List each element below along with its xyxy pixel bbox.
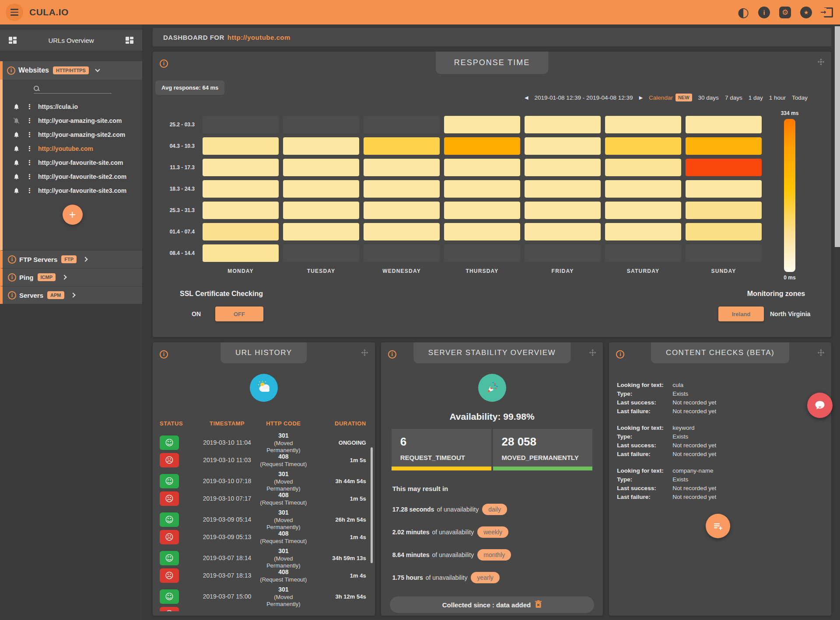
website-url[interactable]: https://cula.io: [38, 103, 78, 110]
next-range-arrow[interactable]: ▶: [639, 95, 643, 101]
page-scrollbar[interactable]: [835, 24, 840, 620]
kebab-menu-icon[interactable]: ⋮: [26, 174, 33, 180]
heatmap-cell[interactable]: [686, 159, 762, 176]
heatmap-cell[interactable]: [364, 223, 440, 240]
heatmap-cell[interactable]: [203, 244, 279, 262]
menu-button[interactable]: [6, 3, 23, 21]
heatmap-cell[interactable]: [686, 223, 762, 240]
chevron-right-icon[interactable]: [62, 275, 66, 279]
dashboard-grid-icon[interactable]: [9, 37, 17, 44]
heatmap-cell[interactable]: [283, 159, 359, 176]
trash-icon[interactable]: [535, 600, 542, 609]
info-icon[interactable]: i: [160, 350, 168, 359]
website-list-item[interactable]: ⋮http://your-amazing-site.com: [3, 114, 142, 128]
website-list-item[interactable]: ⋮http://youtube.com: [3, 142, 142, 156]
move-icon[interactable]: [589, 349, 596, 358]
website-url[interactable]: http://your-favourite-site3.com: [38, 187, 126, 194]
info-icon[interactable]: i: [616, 350, 624, 359]
info-icon[interactable]: i: [160, 59, 168, 68]
heatmap-cell[interactable]: [686, 137, 762, 155]
heatmap-cell[interactable]: [203, 159, 279, 176]
heatmap-cell[interactable]: [525, 137, 601, 155]
website-url[interactable]: http://youtube.com: [38, 145, 93, 152]
heatmap-cell[interactable]: [364, 137, 440, 155]
heatmap-cell[interactable]: [686, 116, 762, 133]
sidebar-section-icmp[interactable]: iPingICMP: [0, 268, 142, 286]
bell-icon[interactable]: [13, 103, 20, 110]
heatmap-cell[interactable]: [283, 223, 359, 240]
kebab-menu-icon[interactable]: ⋮: [26, 188, 33, 194]
info-icon[interactable]: i: [8, 291, 16, 300]
bell-icon[interactable]: [13, 145, 20, 152]
info-icon[interactable]: i: [8, 273, 16, 282]
heatmap-cell[interactable]: [444, 223, 520, 240]
info-icon[interactable]: i: [758, 7, 770, 18]
info-icon[interactable]: i: [8, 255, 16, 264]
heatmap-cell[interactable]: [605, 137, 681, 155]
website-list-item[interactable]: ⋮http://your-favourite-site.com: [3, 156, 142, 170]
website-list-item[interactable]: ⋮http://your-amazing-site2.com: [3, 128, 142, 142]
heatmap-cell[interactable]: [364, 202, 440, 219]
website-list-item[interactable]: ⋮http://your-favourite-site2.com: [3, 170, 142, 184]
bell-icon[interactable]: [13, 187, 20, 194]
heatmap-cell[interactable]: [686, 202, 762, 219]
heatmap-cell[interactable]: [364, 159, 440, 176]
bell-icon[interactable]: [13, 173, 20, 180]
heatmap-cell[interactable]: [203, 137, 279, 155]
heatmap-cell[interactable]: [686, 180, 762, 198]
zone-ireland-button[interactable]: Ireland: [718, 307, 764, 321]
chat-widget-button[interactable]: [807, 393, 833, 418]
heatmap-cell[interactable]: [525, 223, 601, 240]
heatmap-cell[interactable]: [525, 180, 601, 198]
heatmap-cell[interactable]: [444, 180, 520, 198]
chevron-down-icon[interactable]: [95, 67, 100, 72]
sidebar-section-websites[interactable]: i Websites HTTP/HTTPS: [0, 61, 142, 80]
invert-colors-icon[interactable]: ◐: [738, 6, 749, 19]
heatmap-cell[interactable]: [283, 180, 359, 198]
heatmap-cell[interactable]: [605, 223, 681, 240]
zone-north-virginia-option[interactable]: North Virginia: [770, 310, 810, 317]
heatmap-cell[interactable]: [283, 202, 359, 219]
heatmap-cell[interactable]: [525, 159, 601, 176]
heatmap-cell[interactable]: [525, 202, 601, 219]
heatmap-cell[interactable]: [525, 116, 601, 133]
heatmap-cell[interactable]: [605, 180, 681, 198]
heatmap-cell[interactable]: [605, 159, 681, 176]
chevron-right-icon[interactable]: [70, 293, 75, 297]
move-icon[interactable]: [817, 349, 825, 358]
website-url[interactable]: http://your-amazing-site2.com: [38, 131, 125, 138]
kebab-menu-icon[interactable]: ⋮: [26, 104, 33, 110]
range-option[interactable]: 1 day: [749, 94, 763, 101]
move-icon[interactable]: [361, 349, 368, 358]
website-list-item[interactable]: ⋮https://cula.io: [3, 100, 142, 114]
range-option[interactable]: 1 hour: [769, 94, 786, 101]
info-icon[interactable]: i: [7, 66, 15, 75]
add-content-check-button[interactable]: [706, 514, 730, 538]
ssl-off-button[interactable]: OFF: [215, 307, 263, 321]
website-list-item[interactable]: ⋮http://your-favourite-site3.com: [3, 184, 142, 198]
heatmap-cell[interactable]: [444, 137, 520, 155]
info-icon[interactable]: i: [388, 350, 396, 359]
calendar-link[interactable]: Calendar: [649, 94, 673, 101]
heatmap-cell[interactable]: [444, 159, 520, 176]
add-website-button[interactable]: +: [63, 205, 83, 225]
sidebar-section-apm[interactable]: iServersAPM: [0, 286, 142, 304]
range-option[interactable]: 30 days: [698, 94, 719, 101]
dashboard-grid-icon[interactable]: [126, 37, 133, 44]
kebab-menu-icon[interactable]: ⋮: [26, 118, 33, 124]
page-scrollbar-thumb[interactable]: [835, 26, 840, 247]
heatmap-cell[interactable]: [203, 223, 279, 240]
chevron-right-icon[interactable]: [83, 257, 88, 261]
website-url[interactable]: http://your-amazing-site.com: [38, 117, 122, 124]
heatmap-cell[interactable]: [605, 202, 681, 219]
heatmap-cell[interactable]: [444, 202, 520, 219]
kebab-menu-icon[interactable]: ⋮: [26, 160, 33, 166]
ssl-on-option[interactable]: ON: [192, 310, 201, 317]
kebab-menu-icon[interactable]: ⋮: [26, 146, 33, 152]
heatmap-cell[interactable]: [203, 202, 279, 219]
dashboard-url-link[interactable]: http://youtube.com: [228, 34, 290, 41]
heatmap-cell[interactable]: [364, 180, 440, 198]
website-search[interactable]: [34, 86, 112, 94]
prev-range-arrow[interactable]: ◀: [525, 95, 528, 101]
heatmap-cell[interactable]: [203, 180, 279, 198]
